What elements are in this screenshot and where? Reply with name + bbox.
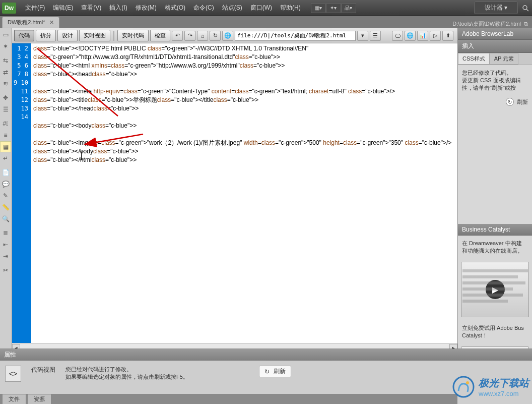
bc-video-thumbnail[interactable]: ▶	[461, 262, 529, 317]
menu-file[interactable]: 文件(F)	[21, 2, 49, 14]
menu-site[interactable]: 站点(S)	[218, 2, 246, 14]
rail-ruler-icon[interactable]: 📏	[0, 202, 11, 213]
sync-icon[interactable]: 品▾	[341, 3, 356, 13]
file-path: D:\tools\桌面\DW教程2.html ⧉	[452, 20, 532, 28]
editor: 代码 拆分 设计 实时视图 实时代码 检查 ↶ ↷ ⌂ ↻ 🌐 ▾ ☰ 🖵 🌐 …	[12, 28, 457, 361]
rail-balance-icon[interactable]: ≋	[0, 78, 11, 89]
rail-syntax-icon[interactable]: ▦	[0, 141, 11, 152]
menu-view[interactable]: 查看(V)	[77, 2, 105, 14]
prop-refresh-button[interactable]: ↻ 刷新	[259, 366, 291, 377]
refresh-icon[interactable]: ↻	[506, 98, 514, 106]
close-icon[interactable]: ✕	[49, 19, 54, 26]
tab-files[interactable]: 文件	[2, 394, 26, 405]
svg-line-1	[526, 9, 528, 11]
svg-rect-10	[462, 287, 513, 291]
rail-line-icon[interactable]: ☰	[0, 104, 11, 115]
rail-expand-icon[interactable]: ⇆	[0, 55, 11, 66]
menu-help[interactable]: 帮助(H)	[276, 2, 305, 14]
rail-indent2-icon[interactable]: ⇥	[0, 251, 11, 262]
menu-command[interactable]: 命令(C)	[189, 2, 218, 14]
menu-format[interactable]: 格式(O)	[161, 2, 189, 14]
svg-rect-12	[462, 300, 508, 303]
nav-refresh-icon[interactable]: ↻	[210, 31, 221, 41]
address-input[interactable]	[235, 31, 356, 41]
bc-panel-body: 在 Dreamweaver 中构建 和功能强大的在线商店。	[458, 236, 532, 259]
menu-window[interactable]: 窗口(W)	[246, 2, 276, 14]
bottom-panel-tabs: 文件 资源	[0, 394, 457, 404]
panel-insert[interactable]: 插入	[458, 40, 532, 53]
rail-collapse-icon[interactable]: ⇄	[0, 67, 11, 78]
rail-comment-icon[interactable]: 💬	[0, 179, 11, 190]
menu-modify[interactable]: 修改(M)	[131, 2, 161, 14]
svg-point-0	[523, 6, 527, 10]
watermark-url: www.xz7.com	[479, 390, 529, 397]
rail-doc-icon[interactable]: 📄	[0, 167, 11, 178]
preview-icon[interactable]: 🖵	[392, 31, 403, 41]
css-panel-body: 您已经修改了代码。 要更新 CSS 面板或编辑 性，请单击"刷新"或按	[458, 65, 532, 96]
codeview-icon: <>	[5, 366, 21, 382]
search-icon[interactable]	[521, 4, 530, 13]
rail-wrap-icon[interactable]: ↵	[0, 153, 11, 164]
text-cursor-icon	[78, 151, 87, 161]
refresh-label[interactable]: 刷新	[517, 98, 528, 106]
panel-browserlab[interactable]: Adobe BrowserLab	[458, 28, 532, 40]
prop-msg2: 如果要编辑选定对象的属性，请点击刷新或按F5。	[65, 373, 188, 381]
rail-wand-icon[interactable]: ✶	[0, 41, 11, 52]
right-panels: Adobe BrowserLab 插入 CSS样式 AP 元素 您已经修改了代码…	[457, 28, 532, 361]
rail-select-icon[interactable]: ✥	[0, 92, 11, 103]
tab-css-styles[interactable]: CSS样式	[458, 53, 490, 65]
nav-home-icon[interactable]: ⌂	[197, 31, 208, 41]
view-live-button[interactable]: 实时视图	[79, 30, 110, 41]
view-code-button[interactable]: 代码	[14, 30, 34, 41]
rail-highlight-icon[interactable]: #⃣	[0, 118, 11, 129]
view-split-button[interactable]: 拆分	[36, 30, 56, 41]
left-rail: ▭ ✶ ⇆ ⇄ ≋ ✥ ☰ #⃣ ≡ ▦ ↵ 📄 💬 ✎ 📏 🔍 ≣ ⇤ ⇥ ✂	[0, 28, 12, 361]
nav-fwd-icon[interactable]: ↷	[184, 31, 195, 41]
rail-format-icon[interactable]: ≣	[0, 227, 11, 239]
rail-outdent-icon[interactable]: ⇤	[0, 239, 11, 250]
watermark-name: 极光下载站	[479, 376, 529, 390]
refresh-icon: ↻	[264, 368, 270, 375]
svg-rect-9	[462, 281, 525, 284]
addr-icon[interactable]: 🌐	[222, 31, 233, 41]
watermark-logo-icon	[452, 376, 475, 398]
svg-rect-8	[462, 275, 518, 278]
svg-point-13	[453, 377, 474, 397]
code-content[interactable]: class="c-blue"><!DOCTYPE html PUBLIC cla…	[31, 43, 457, 343]
code-area[interactable]: 1 2 3 4 5 6 7 8 9 10 11 12 13 14 class="…	[12, 43, 457, 343]
rail-fix-icon[interactable]: ✎	[0, 190, 11, 201]
rail-open-icon[interactable]: ▭	[0, 29, 11, 40]
layout-icon[interactable]: ▦▾	[311, 3, 326, 13]
file-tab[interactable]: DW教程2.html* ✕	[2, 17, 59, 28]
validate-icon[interactable]: 📊	[417, 31, 428, 41]
view-design-button[interactable]: 设计	[57, 30, 78, 41]
menu-insert[interactable]: 插入(I)	[105, 2, 131, 14]
extension-icon[interactable]: ✦▾	[326, 3, 341, 13]
tab-ap-elements[interactable]: AP 元素	[490, 53, 519, 65]
rail-indent-icon[interactable]: ≡	[0, 130, 11, 141]
restore-icon[interactable]: ⧉	[524, 21, 528, 27]
css-panel-tabs: CSS样式 AP 元素	[458, 53, 532, 65]
menubar: Dw 文件(F) 编辑(E) 查看(V) 插入(I) 修改(M) 格式(O) 命…	[0, 0, 532, 16]
properties-title[interactable]: 属性	[0, 349, 532, 361]
rail-snippet-icon[interactable]: ✂	[0, 265, 11, 276]
view-toolbar: 代码 拆分 设计 实时视图 实时代码 检查 ↶ ↷ ⌂ ↻ 🌐 ▾ ☰ 🖵 🌐 …	[12, 28, 457, 43]
options-icon[interactable]: ☰	[370, 31, 381, 41]
tab-assets[interactable]: 资源	[27, 394, 51, 405]
nav-back-icon[interactable]: ↶	[172, 31, 183, 41]
upload-icon[interactable]: ⬆	[442, 31, 453, 41]
rail-find-icon[interactable]: 🔍	[0, 213, 11, 224]
view-inspect-button[interactable]: 检查	[150, 30, 170, 41]
file-tabbar: DW教程2.html* ✕ D:\tools\桌面\DW教程2.html ⧉	[0, 16, 532, 28]
svg-rect-7	[462, 269, 528, 272]
panel-business-catalyst[interactable]: Business Catalyst	[458, 224, 532, 236]
check-icon[interactable]: ▷	[430, 31, 441, 41]
watermark: 极光下载站 www.xz7.com	[452, 376, 529, 398]
workspace-switcher[interactable]: 设计器 ▾	[474, 2, 518, 14]
globe-icon[interactable]: 🌐	[405, 31, 416, 41]
view-livecode-button[interactable]: 实时代码	[117, 30, 149, 41]
codeview-label: 代码视图	[31, 366, 55, 374]
addr-dropdown-icon[interactable]: ▾	[357, 31, 368, 41]
menu-edit[interactable]: 编辑(E)	[49, 2, 77, 14]
svg-point-14	[466, 381, 469, 384]
